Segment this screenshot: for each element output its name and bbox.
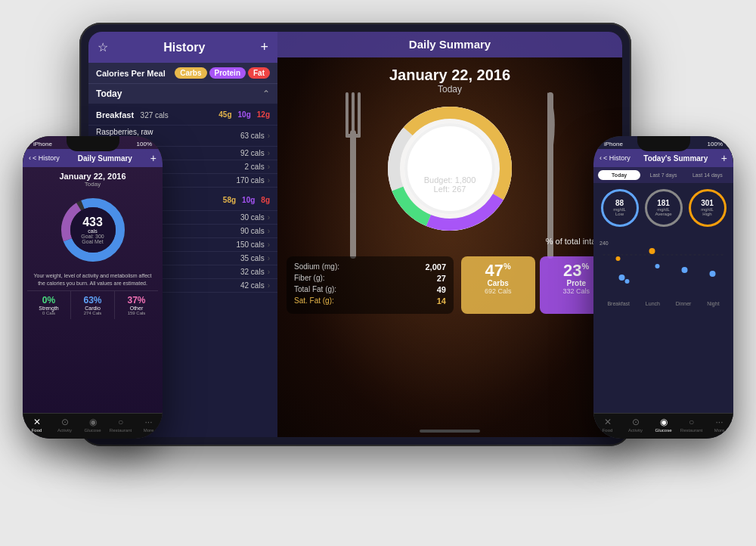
cardio-val: 274 Cals <box>73 311 113 315</box>
fiber-label: Fiber (g): <box>294 274 325 283</box>
breakfast-row[interactable]: Breakfast 327 cals 45g 10g 12g <box>88 104 277 126</box>
fiber-value: 27 <box>437 274 446 283</box>
phone-nav-restaurant-left[interactable]: ○ Restaurant <box>107 417 135 433</box>
today-label: Today <box>96 88 122 99</box>
daily-today-label: Today <box>438 84 462 95</box>
svg-point-21 <box>649 248 655 254</box>
back-button-right[interactable]: ‹ < History <box>600 154 631 162</box>
phone-nav-activity-right[interactable]: ⊙ Activity <box>621 417 649 433</box>
svg-point-19 <box>619 275 625 281</box>
phone-right-screen: iPhone 4:21 PM 100% ‹ < History Today's … <box>593 136 733 439</box>
plus-button-right[interactable]: + <box>721 152 727 164</box>
other-name: Other <box>116 306 156 311</box>
other-pct: 37% <box>116 295 156 306</box>
glucose-icon-left: ◉ <box>89 417 97 427</box>
glucose-high-val: 301 <box>701 200 714 207</box>
carrier-left: iPhone <box>33 141 52 147</box>
glucose-low-label: Low <box>615 212 624 216</box>
chart-xaxis: Breakfast Lunch Dinner Night <box>600 299 727 308</box>
glucose-icon-right: ◉ <box>660 417 668 427</box>
tab-last14[interactable]: Last 14 days <box>686 170 729 180</box>
phone-left-cals: 433 <box>81 216 104 228</box>
cardio-name: Cardio <box>73 306 113 311</box>
strength-name: Strength <box>29 306 69 311</box>
food-cals-walnuts: 92 cals <box>240 149 265 157</box>
tab-last7[interactable]: Last 7 days <box>642 170 684 180</box>
star-icon[interactable]: ☆ <box>98 40 108 54</box>
phone-nav-glucose-right[interactable]: ◉ Glucose <box>649 417 677 433</box>
restaurant-icon-right: ○ <box>689 417 694 427</box>
breakfast-fat: 12g <box>257 110 270 119</box>
svg-point-20 <box>625 279 630 284</box>
protein-badge[interactable]: Protein <box>209 67 246 79</box>
food-icon-right: ✕ <box>604 417 612 427</box>
sodium-row: Sodium (mg): 2,007 <box>294 262 446 271</box>
calorie-center: 1,533 cals Budget: 1,800 Left: 267 <box>424 144 476 194</box>
cals-label: cals <box>424 164 476 175</box>
phone-nav-restaurant-right[interactable]: ○ Restaurant <box>677 417 705 433</box>
history-title: History <box>163 41 205 54</box>
phone-left-bottom-nav: ✕ Food ⊙ Activity ◉ Glucose ○ Restaurant <box>23 413 163 439</box>
carbs-percent: 47% <box>485 262 511 279</box>
sodium-label: Sodium (mg): <box>294 262 339 271</box>
tablet-home-bar <box>420 430 480 433</box>
meal-cals: 327 cals <box>141 111 169 119</box>
history-header: ☆ History + <box>88 32 277 63</box>
svg-point-24 <box>710 271 716 277</box>
chevron-right-icon2: › <box>268 149 270 157</box>
phone-left: iPhone 4:21 PM 100% ‹ < History Daily Su… <box>23 136 163 439</box>
tablet-right-panel: Daily Summary January 22, 2016 <box>277 32 622 437</box>
add-button[interactable]: + <box>260 39 268 55</box>
glucose-circles: 88 mg/dL Low 181 mg/dL Average 301 mg/dL… <box>593 183 733 233</box>
svg-point-22 <box>655 264 660 268</box>
summary-tabs: Today Last 7 days Last 14 days <box>593 167 733 183</box>
fat-badge[interactable]: Fat <box>248 67 270 79</box>
phone-nav-food-left[interactable]: ✕ Food <box>23 417 51 433</box>
carbs-badge[interactable]: Carbs <box>175 67 206 79</box>
strength-pct: 0% <box>29 295 69 306</box>
left-label: Left: 267 <box>424 185 476 194</box>
sat-fat-row: Sat. Fat (g): 14 <box>294 296 446 306</box>
protein-box-name: Prote <box>566 279 586 287</box>
plus-button-left[interactable]: + <box>150 152 156 164</box>
phone-left-date: January 22, 2016 Today <box>23 167 163 192</box>
phone-nav-activity-left[interactable]: ⊙ Activity <box>51 417 79 433</box>
phone-left-nav: ‹ < History Daily Summary + <box>23 149 163 167</box>
scene: ☆ History + Calories Per Meal Carbs Prot… <box>0 0 756 546</box>
phone-nav-glucose-left[interactable]: ◉ Glucose <box>79 417 107 433</box>
today-section[interactable]: Today ⌃ <box>88 83 277 104</box>
strength-val: 0 Cals <box>29 311 69 315</box>
phone-right-nav-title: Today's Summary <box>634 154 718 163</box>
cardio-pct: 63% <box>73 295 113 306</box>
phone-right-nav: ‹ < History Today's Summary + <box>593 149 733 167</box>
phone-left-stats: 0% Strength 0 Cals 63% Cardio 274 Cals 3… <box>27 290 158 319</box>
carbs-box-name: Carbs <box>488 279 509 287</box>
activity-icon-left: ⊙ <box>61 417 69 427</box>
cardio-stat: 63% Cardio 274 Cals <box>71 291 115 319</box>
intake-pct-label: % of total intake is <box>287 237 613 246</box>
breakfast-carbs: 45g <box>218 110 231 119</box>
phone-left-goal: Goal: 300 <box>81 234 104 239</box>
battery-left: 100% <box>137 141 152 147</box>
cpm-label: Calories Per Meal <box>96 69 166 78</box>
phone-left-screen: iPhone 4:21 PM 100% ‹ < History Daily Su… <box>23 136 163 439</box>
glucose-avg: 181 mg/dL Average <box>645 189 683 227</box>
glucose-low-val: 88 <box>615 200 624 207</box>
back-button-left[interactable]: ‹ < History <box>29 154 60 162</box>
breakfast-protein: 10g <box>238 110 251 119</box>
calories-per-meal-header: Calories Per Meal Carbs Protein Fat <box>88 63 277 83</box>
xlabel-lunch: Lunch <box>646 301 660 306</box>
phone-left-donut-center: 433 cals Goal: 300 Goal Met <box>81 216 104 244</box>
calorie-donut-chart: 1,533 cals Budget: 1,800 Left: 267 <box>382 101 518 237</box>
glucose-avg-label: Average <box>655 212 671 216</box>
glucose-chart: 240 <box>593 233 733 413</box>
macro-percentages: 47% Carbs 692 Cals 23% Prote 332 Cals <box>461 256 613 314</box>
food-name-raspberries: Raspberries, raw <box>96 128 153 136</box>
chevron-right-icon: › <box>268 132 270 140</box>
activity-icon-right: ⊙ <box>632 417 640 427</box>
chevron-left-icon-right: ‹ <box>600 154 602 162</box>
glucose-low: 88 mg/dL Low <box>601 189 639 227</box>
tab-today[interactable]: Today <box>598 170 640 180</box>
daily-date: January 22, 2016 <box>389 67 510 84</box>
phone-nav-more-right[interactable]: ··· More <box>705 417 733 433</box>
